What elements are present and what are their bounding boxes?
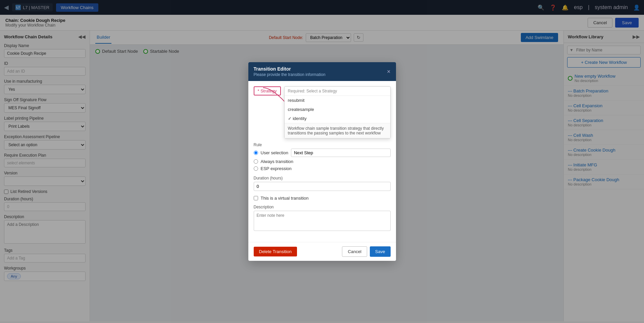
virtual-label: This is a virtual transition — [261, 196, 309, 201]
modal-cancel-button[interactable]: Cancel — [342, 246, 367, 257]
virtual-checkbox[interactable] — [254, 196, 258, 200]
modal-subtitle: Please provide the transition informatio… — [254, 72, 326, 77]
virtual-transition-row: This is a virtual transition — [254, 196, 391, 201]
description-modal-textarea[interactable] — [254, 211, 391, 231]
rule-user-selection-label: User selection — [261, 150, 288, 155]
modal-footer: Delete Transition Cancel Save — [248, 242, 396, 261]
rule-label: Rule — [254, 143, 391, 147]
rule-user-selection-radio[interactable] — [254, 151, 258, 155]
strategy-field-wrapper: * Strategy Required: Select a Strategy r… — [254, 86, 391, 95]
modal-header: Transition Editor Please provide the tra… — [248, 62, 396, 81]
rule-esp-radio[interactable] — [254, 166, 258, 171]
transition-editor-modal: Transition Editor Please provide the tra… — [248, 62, 396, 261]
modal-body: * Strategy Required: Select a Strategy r… — [248, 81, 396, 242]
dropdown-item-createsample[interactable]: createsample — [285, 105, 390, 114]
strategy-wrapper: * Strategy Required: Select a Strategy r… — [254, 86, 391, 95]
dropdown-item-resubmit[interactable]: resubmit — [285, 96, 390, 105]
modal-close-button[interactable]: × — [387, 68, 391, 75]
rule-field: Rule User selection Always transition ES… — [254, 143, 391, 171]
rule-always-radio[interactable] — [254, 159, 258, 164]
description-modal-field: Description — [254, 205, 391, 232]
strategy-label: * Strategy — [254, 86, 281, 95]
rule-section: User selection Always transition ESP exp… — [254, 149, 391, 171]
rule-always-label: Always transition — [261, 159, 294, 164]
duration-modal-field: Duration (hours) — [254, 176, 391, 191]
rule-esp-label: ESP expression — [261, 166, 292, 171]
duration-modal-label: Duration (hours) — [254, 176, 391, 180]
duration-modal-input[interactable] — [254, 182, 391, 191]
modal-overlay[interactable]: Transition Editor Please provide the tra… — [0, 0, 644, 323]
dropdown-item-identity[interactable]: identity — [285, 114, 390, 123]
modal-header-content: Transition Editor Please provide the tra… — [254, 66, 326, 77]
dropdown-description: Workflow chain sample transition strateg… — [285, 123, 390, 138]
modal-title: Transition Editor — [254, 66, 326, 72]
modal-footer-right: Cancel Save — [342, 246, 390, 257]
dropdown-placeholder: Required: Select a Strategy — [285, 87, 390, 96]
rule-esp-expression: ESP expression — [254, 166, 391, 171]
strategy-field: * Strategy Required: Select a Strategy r… — [254, 86, 391, 95]
rule-user-selection: User selection — [254, 149, 391, 157]
description-modal-label: Description — [254, 205, 391, 209]
rule-text-input[interactable] — [291, 149, 391, 157]
rule-always-transition: Always transition — [254, 159, 391, 164]
strategy-dropdown-box: Required: Select a Strategy resubmit cre… — [284, 86, 391, 138]
modal-save-button[interactable]: Save — [370, 246, 391, 257]
delete-transition-button[interactable]: Delete Transition — [254, 247, 297, 256]
